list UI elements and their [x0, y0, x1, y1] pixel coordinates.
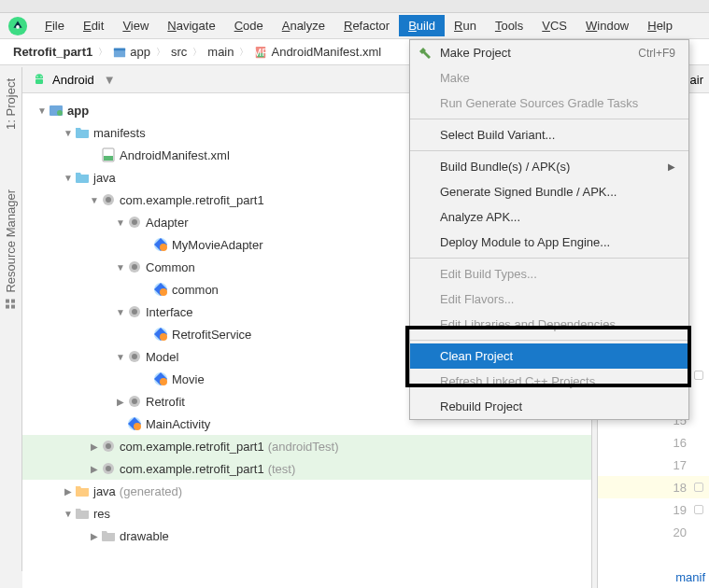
main-menubar: FileEditViewNavigateCodeAnalyzeRefactorB…: [0, 13, 709, 39]
tree-label: MyMovieAdapter: [172, 238, 263, 252]
menu-edit[interactable]: Edit: [74, 15, 113, 36]
module-icon: [113, 46, 126, 59]
shortcut-label: Ctrl+F9: [638, 47, 675, 60]
tree-label: Adapter: [146, 216, 189, 230]
svg-point-39: [134, 423, 141, 430]
menu-run[interactable]: Run: [445, 15, 486, 36]
folder-icon: [75, 506, 90, 521]
resource-manager-tab[interactable]: Resource Manager: [0, 178, 21, 321]
rebuild-project-item[interactable]: Rebuild Project: [410, 394, 688, 419]
tree-label: com.example.retrofit_part1: [120, 440, 264, 454]
menu-separator: [410, 119, 688, 119]
package-icon: [101, 461, 116, 476]
svg-rect-10: [12, 299, 16, 302]
tree-label: MainActivity: [146, 417, 210, 431]
menu-separator: [410, 258, 688, 259]
clean-project-item[interactable]: Clean Project: [410, 343, 688, 369]
tree-node[interactable]: ▶java (generated): [22, 480, 591, 502]
svg-point-37: [132, 399, 137, 404]
tree-label: com.example.retrofit_part1: [120, 462, 264, 476]
edit-libraries-item: Edit Libraries and Dependencies...: [410, 312, 688, 337]
svg-text:MF: MF: [254, 47, 267, 58]
menu-code[interactable]: Code: [225, 15, 273, 36]
gutter-line: 18: [598, 476, 709, 498]
fold-marker-icon[interactable]: [694, 371, 703, 380]
menu-analyze[interactable]: Analyze: [273, 15, 334, 36]
breadcrumb-project[interactable]: Retrofit_part1: [13, 45, 92, 59]
svg-point-41: [106, 443, 111, 449]
expand-down-icon[interactable]: ▼: [62, 173, 75, 183]
gutter-line: 20: [598, 521, 709, 543]
package-icon: [127, 259, 142, 274]
module-icon: [49, 103, 64, 118]
project-tool-tab[interactable]: 1: Project: [0, 67, 21, 141]
expand-right-icon[interactable]: ▶: [88, 441, 101, 452]
tree-suffix: (test): [268, 462, 296, 476]
menu-file[interactable]: File: [35, 15, 74, 36]
analyze-apk-item[interactable]: Analyze APK...: [410, 204, 688, 230]
kotlin-class-icon: [153, 327, 168, 342]
expand-down-icon[interactable]: ▼: [114, 262, 127, 273]
tree-label: res: [93, 507, 110, 521]
manifest-file-icon: MF: [254, 46, 267, 59]
tree-label: java: [93, 484, 116, 498]
expand-down-icon[interactable]: ▼: [114, 307, 127, 317]
project-view-label: Android: [52, 73, 94, 87]
chevron-right-icon: 〉: [98, 46, 107, 59]
package-icon: [127, 304, 142, 319]
tree-label: Movie: [172, 372, 205, 386]
expand-right-icon[interactable]: ▶: [88, 464, 101, 474]
expand-right-icon[interactable]: ▶: [88, 531, 101, 541]
expand-down-icon[interactable]: ▼: [35, 105, 49, 116]
tree-label: Interface: [146, 305, 193, 319]
tree-label: drawable: [120, 529, 169, 543]
android-icon: [32, 73, 47, 88]
expand-down-icon[interactable]: ▼: [114, 217, 127, 228]
generate-signed-item[interactable]: Generate Signed Bundle / APK...: [410, 179, 688, 204]
fold-marker-icon[interactable]: [694, 483, 703, 492]
tree-label: RetrofitService: [172, 328, 251, 342]
tree-suffix: (androidTest): [268, 440, 339, 454]
menu-vcs[interactable]: VCS: [532, 15, 576, 36]
expand-right-icon[interactable]: ▶: [62, 486, 75, 497]
menu-build[interactable]: Build: [399, 15, 445, 36]
tree-label: manifests: [93, 126, 146, 140]
expand-down-icon[interactable]: ▼: [62, 128, 75, 138]
svg-point-27: [160, 288, 167, 296]
menu-refactor[interactable]: Refactor: [334, 15, 399, 36]
menu-help[interactable]: Help: [638, 15, 682, 36]
tree-suffix: (generated): [120, 484, 182, 498]
expand-down-icon[interactable]: ▼: [88, 195, 101, 205]
expand-right-icon[interactable]: ▶: [114, 397, 127, 407]
menu-tools[interactable]: Tools: [486, 15, 532, 36]
fold-marker-icon[interactable]: [694, 505, 703, 514]
build-bundles-item[interactable]: Build Bundle(s) / APK(s)▶: [410, 154, 688, 179]
svg-rect-17: [104, 156, 113, 161]
breadcrumb-main[interactable]: main: [207, 45, 234, 59]
deploy-module-item[interactable]: Deploy Module to App Engine...: [410, 230, 688, 255]
svg-point-23: [160, 244, 167, 251]
breadcrumb-file[interactable]: AndroidManifest.xml: [271, 45, 381, 59]
left-tool-stripe: 1: Project Resource Manager: [0, 67, 22, 571]
menu-separator: [410, 340, 688, 341]
tab-strip: [0, 0, 709, 13]
tree-node[interactable]: ▼res: [22, 502, 591, 525]
menu-navigate[interactable]: Navigate: [158, 15, 224, 36]
menu-view[interactable]: View: [113, 15, 158, 36]
breadcrumb-src[interactable]: src: [171, 45, 187, 59]
select-build-variant-item[interactable]: Select Build Variant...: [410, 122, 688, 147]
svg-rect-8: [7, 299, 10, 302]
run-generate-sources-item: Run Generate Sources Gradle Tasks: [410, 91, 688, 116]
build-menu-dropdown: Make ProjectCtrl+F9 Make Run Generate So…: [409, 39, 689, 420]
breadcrumb-module[interactable]: app: [130, 45, 150, 59]
svg-point-33: [132, 354, 137, 359]
make-project-item[interactable]: Make ProjectCtrl+F9: [410, 40, 688, 65]
tree-node[interactable]: ▶com.example.retrofit_part1 (test): [22, 457, 591, 480]
expand-down-icon[interactable]: ▼: [114, 352, 127, 362]
svg-point-31: [160, 333, 167, 341]
tree-label: AndroidManifest.xml: [120, 148, 230, 162]
menu-window[interactable]: Window: [576, 15, 638, 36]
tree-node[interactable]: ▶drawable: [22, 525, 591, 547]
tree-node[interactable]: ▶com.example.retrofit_part1 (androidTest…: [22, 435, 591, 457]
expand-down-icon[interactable]: ▼: [62, 509, 75, 519]
